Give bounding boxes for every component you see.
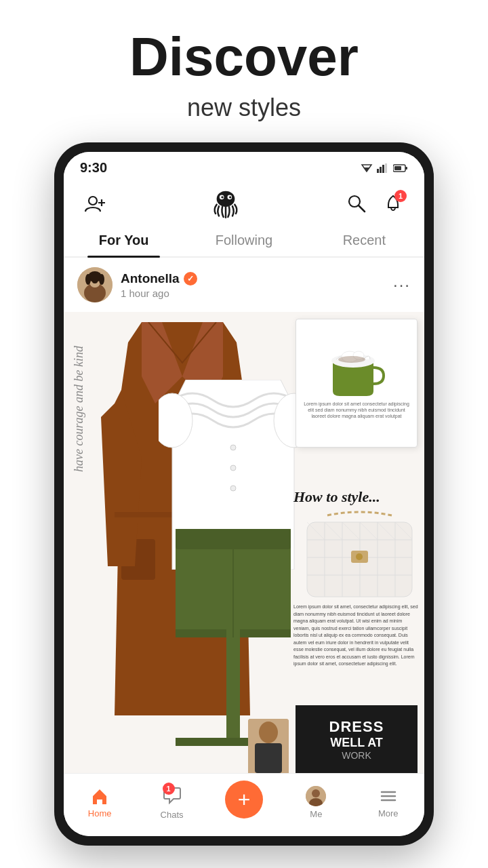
svg-rect-2 <box>377 169 379 173</box>
bottom-nav: Home 1 Chats + <box>64 773 424 836</box>
outfit-collage: have courage and be kind <box>64 312 424 773</box>
post-user-info: Antonella ✓ 1 hour ago <box>77 267 197 302</box>
status-time: 9:30 <box>80 160 107 176</box>
svg-point-12 <box>217 191 235 207</box>
svg-point-15 <box>221 196 223 198</box>
svg-rect-35 <box>176 529 291 549</box>
svg-point-30 <box>230 445 236 450</box>
svg-rect-3 <box>380 167 382 173</box>
svg-point-63 <box>259 722 278 743</box>
more-label: More <box>378 808 399 818</box>
app-logo <box>209 186 243 220</box>
bottom-nav-more[interactable]: More <box>365 787 412 818</box>
svg-point-16 <box>229 196 231 198</box>
add-user-icon <box>84 193 106 214</box>
svg-rect-37 <box>176 629 226 637</box>
username-row: Antonella ✓ <box>121 271 197 286</box>
svg-point-44 <box>338 356 365 363</box>
verified-badge: ✓ <box>184 272 197 285</box>
dress-line2: WELL AT <box>330 736 383 750</box>
handbag-image <box>300 509 419 607</box>
dress-line1: DRESS <box>329 718 384 736</box>
add-icon[interactable]: + <box>225 781 263 818</box>
dress-well-overlay: DRESS WELL AT WORK <box>296 705 418 773</box>
cursive-overlay-text: have courage and be kind <box>72 346 86 472</box>
tab-following[interactable]: Following <box>184 223 304 256</box>
more-icon <box>379 787 398 806</box>
me-label: Me <box>310 809 322 819</box>
username-text: Antonella <box>121 271 180 286</box>
hero-title: Discover <box>0 27 488 87</box>
svg-rect-38 <box>240 629 291 637</box>
battery-icon <box>393 163 408 173</box>
search-button[interactable] <box>342 189 371 218</box>
search-icon <box>347 194 366 213</box>
hero-section: Discover new styles <box>0 0 488 142</box>
hero-subtitle: new styles <box>0 94 488 122</box>
person-thumbnail <box>248 719 289 773</box>
octopus-logo-icon <box>209 186 243 220</box>
svg-rect-4 <box>382 165 384 173</box>
svg-rect-39 <box>176 738 226 746</box>
small-person-thumb <box>248 719 289 773</box>
dress-line3: WORK <box>342 750 371 761</box>
svg-point-26 <box>85 274 91 285</box>
phone-frame: 9:30 <box>54 142 434 846</box>
post-header: Antonella ✓ 1 hour ago ··· <box>64 258 424 312</box>
nav-right-icons: 1 <box>342 189 408 218</box>
how-to-style-text: How to style... <box>293 488 419 506</box>
svg-point-61 <box>356 553 363 560</box>
chats-label: Chats <box>161 810 184 820</box>
svg-point-32 <box>230 486 236 491</box>
pants-image <box>162 529 304 746</box>
tab-for-you[interactable]: For You <box>64 223 184 256</box>
svg-rect-7 <box>405 167 407 170</box>
home-label: Home <box>88 808 112 818</box>
add-post-button[interactable]: + <box>220 781 268 824</box>
svg-rect-64 <box>255 743 282 773</box>
tab-recent[interactable]: Recent <box>304 223 424 256</box>
bottom-nav-chats[interactable]: 1 Chats <box>148 785 196 820</box>
add-user-button[interactable] <box>80 189 110 218</box>
avatar[interactable] <box>77 267 113 302</box>
notification-count-badge: 1 <box>394 190 407 202</box>
svg-point-31 <box>230 465 236 471</box>
chats-badge: 1 <box>163 783 175 795</box>
cocoa-lorem-text: Lorem ipsum dolor sit amet consectetur a… <box>303 401 410 419</box>
svg-rect-8 <box>394 166 401 170</box>
status-icons <box>361 163 408 173</box>
signal-icon <box>377 163 389 173</box>
svg-point-27 <box>99 274 104 285</box>
bottom-nav-home[interactable]: Home <box>76 787 123 818</box>
cocoa-card: Lorem ipsum dolor sit amet consectetur a… <box>296 319 418 448</box>
chats-icon-wrapper: 1 <box>163 785 182 807</box>
top-nav: 1 <box>64 181 424 223</box>
svg-point-66 <box>312 789 320 797</box>
post-time: 1 hour ago <box>121 288 197 299</box>
user-text-info: Antonella ✓ 1 hour ago <box>121 271 197 299</box>
svg-line-18 <box>359 205 365 212</box>
svg-point-9 <box>89 197 97 205</box>
notifications-button[interactable]: 1 <box>378 189 408 218</box>
svg-rect-5 <box>385 163 387 173</box>
status-bar: 9:30 <box>64 152 424 181</box>
wifi-icon <box>361 163 373 173</box>
me-avatar <box>306 786 326 806</box>
bottom-nav-me[interactable]: Me <box>292 786 340 819</box>
post-image: have courage and be kind <box>64 312 424 773</box>
tabs-bar: For You Following Recent <box>64 223 424 258</box>
lorem-text-right: Lorem ipsum dolor sit amet, consectetur … <box>293 604 419 668</box>
phone-screen: 9:30 <box>64 152 424 836</box>
home-icon <box>90 787 109 806</box>
svg-marker-1 <box>363 167 370 172</box>
me-avatar-image <box>306 786 326 806</box>
avatar-image <box>77 267 113 302</box>
cocoa-mug-icon <box>326 347 387 398</box>
more-options-button[interactable]: ··· <box>393 275 411 294</box>
